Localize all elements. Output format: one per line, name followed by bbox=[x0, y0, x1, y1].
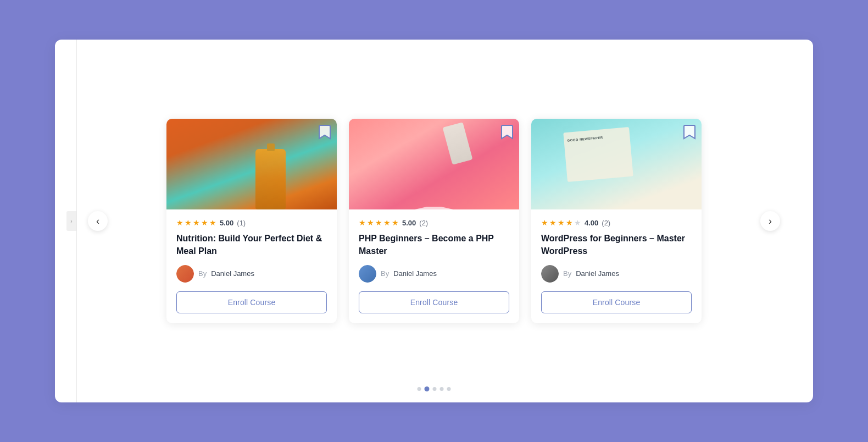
cards-row: ★ ★ ★ ★ ★ 5.00 (1) Nutrition: Build Your… bbox=[108, 119, 760, 323]
bookmark-icon-3[interactable] bbox=[683, 124, 696, 140]
course-card-3: ★ ★ ★ ★ ★ 4.00 (2) WordPress for Beginne… bbox=[531, 119, 702, 323]
course-title-2: PHP Beginners – Become a PHP Master bbox=[359, 233, 509, 257]
author-by-2: By bbox=[381, 269, 389, 278]
rating-count-2: (2) bbox=[419, 219, 428, 227]
course-card-1: ★ ★ ★ ★ ★ 5.00 (1) Nutrition: Build Your… bbox=[166, 119, 337, 323]
author-name-3: Daniel James bbox=[576, 269, 619, 278]
course-title-3: WordPress for Beginners – Master WordPre… bbox=[541, 233, 692, 257]
rating-num-1: 5.00 bbox=[220, 219, 233, 227]
dot-2[interactable] bbox=[425, 386, 430, 391]
bookmark-icon-2[interactable] bbox=[500, 124, 514, 140]
prev-button[interactable]: ‹ bbox=[88, 211, 108, 231]
enroll-button-1[interactable]: Enroll Course bbox=[176, 291, 327, 313]
rating-row-3: ★ ★ ★ ★ ★ 4.00 (2) bbox=[541, 218, 692, 227]
stars-2: ★ ★ ★ ★ ★ bbox=[359, 218, 399, 227]
author-avatar-1 bbox=[176, 265, 194, 283]
card-image-2 bbox=[349, 119, 519, 209]
stars-1: ★ ★ ★ ★ ★ bbox=[176, 218, 216, 227]
author-row-1: By Daniel James bbox=[176, 265, 327, 283]
rating-row-2: ★ ★ ★ ★ ★ 5.00 (2) bbox=[359, 218, 509, 227]
rating-num-2: 5.00 bbox=[402, 219, 416, 227]
author-row-3: By Daniel James bbox=[541, 265, 692, 283]
enroll-button-2[interactable]: Enroll Course bbox=[359, 291, 509, 313]
bookmark-icon-1[interactable] bbox=[318, 124, 331, 140]
card-body-3: ★ ★ ★ ★ ★ 4.00 (2) WordPress for Beginne… bbox=[531, 209, 702, 323]
pagination-dots bbox=[418, 386, 451, 391]
card-body-1: ★ ★ ★ ★ ★ 5.00 (1) Nutrition: Build Your… bbox=[166, 209, 337, 323]
author-name-2: Daniel James bbox=[393, 269, 437, 278]
stars-3: ★ ★ ★ ★ ★ bbox=[541, 218, 581, 227]
author-row-2: By Daniel James bbox=[359, 265, 509, 283]
card-image-1 bbox=[166, 119, 337, 209]
rating-num-3: 4.00 bbox=[585, 219, 598, 227]
carousel-area: ‹ ★ ★ ★ ★ ★ bbox=[55, 119, 813, 323]
author-name-1: Daniel James bbox=[211, 269, 254, 278]
dot-3[interactable] bbox=[433, 387, 437, 391]
rating-row-1: ★ ★ ★ ★ ★ 5.00 (1) bbox=[176, 218, 327, 227]
main-container: › ‹ ★ ★ ★ ★ bbox=[55, 40, 813, 402]
author-avatar-2 bbox=[359, 265, 376, 283]
course-card-2: ★ ★ ★ ★ ★ 5.00 (2) PHP Beginners – Becom… bbox=[349, 119, 519, 323]
dot-5[interactable] bbox=[447, 387, 451, 391]
author-by-3: By bbox=[563, 269, 571, 278]
card-image-3 bbox=[531, 119, 702, 209]
card-body-2: ★ ★ ★ ★ ★ 5.00 (2) PHP Beginners – Becom… bbox=[349, 209, 519, 323]
author-by-1: By bbox=[198, 269, 207, 278]
next-button[interactable]: › bbox=[760, 211, 780, 231]
rating-count-3: (2) bbox=[602, 219, 610, 227]
rating-count-1: (1) bbox=[237, 219, 246, 227]
author-avatar-3 bbox=[541, 265, 559, 283]
dot-1[interactable] bbox=[418, 387, 421, 391]
enroll-button-3[interactable]: Enroll Course bbox=[541, 291, 692, 313]
dot-4[interactable] bbox=[440, 387, 444, 391]
course-title-1: Nutrition: Build Your Perfect Diet & Mea… bbox=[176, 233, 327, 257]
